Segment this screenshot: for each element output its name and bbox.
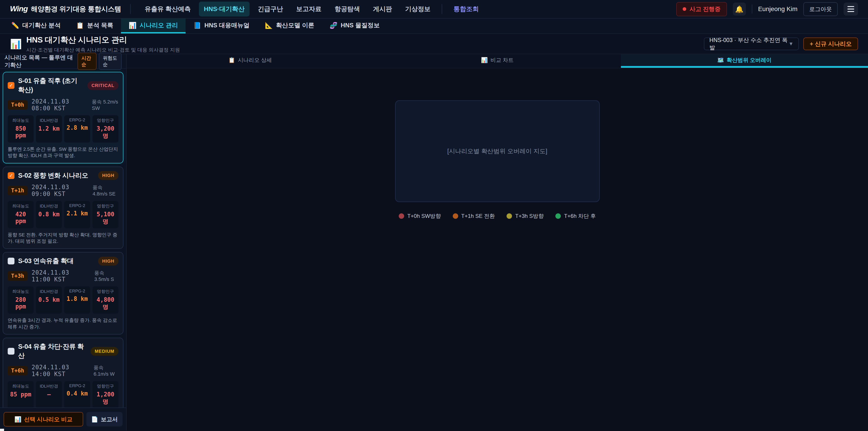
page-subtitle: 시간·조건별 대기확산 예측 시나리오 비교·검토 및 대응 의사결정 지원 (26, 47, 180, 53)
legend-dot-icon (453, 213, 458, 219)
sub-nav: ✏️ 대기확산 분석 📋 분석 목록 📊 시나리오 관리 📘 HNS 대응매뉴얼… (0, 19, 868, 34)
wind-info: 풍속 5.2m/s SW (92, 98, 119, 111)
main-tab-bar: 📋 시나리오 상세 📊 비교 차트 🗺️ 확산범위 오버레이 (127, 54, 868, 68)
report-button[interactable]: 📄 보고서 (86, 412, 123, 427)
new-scenario-button[interactable]: + 신규 시나리오 (803, 37, 858, 50)
scenario-title: S-01 유출 직후 (초기 확산) (18, 76, 84, 94)
scenario-title: S-04 유출 차단·잔류 확산 (18, 342, 87, 360)
tab-scenario-management[interactable]: 📊 시나리오 관리 (121, 19, 186, 33)
scenario-select-value: HNS-003 · 부산 수소 추진연 폭발 (709, 36, 788, 51)
stat-max-concentration: 최대농도 280 ppm (8, 286, 34, 314)
nav-hns-dispersion[interactable]: HNS·대기확산 (199, 2, 250, 17)
divider (752, 4, 752, 13)
legend-dot-icon (506, 213, 512, 219)
dispersion-overlay-map[interactable]: [시나리오별 확산범위 오버레이 지도] (395, 100, 600, 202)
main-panel: 📋 시나리오 상세 📊 비교 차트 🗺️ 확산범위 오버레이 [시나리오별 확산… (127, 54, 868, 431)
menu-button[interactable] (844, 2, 858, 16)
clipboard-icon: 📋 (228, 57, 235, 63)
stat-affected-population: 영향인구 1,200명 (92, 381, 119, 407)
app-logo: Wing 해양환경 위기대응 통합시스템 (10, 4, 121, 14)
legend-item: T+0h SW방향 (399, 212, 441, 220)
scenario-description: 풍향 SE 전환. 주거지역 방향 확산 확대. 영향인구 증가. 대피 범위 … (8, 232, 119, 245)
tab-scenario-detail[interactable]: 📋 시나리오 상세 (127, 54, 374, 68)
severity-badge: HIGH (98, 171, 119, 180)
wind-info: 풍속 3.5m/s S (94, 270, 119, 282)
page-header: 📊 HNS 대기확산 시나리오 관리 시간·조건별 대기확산 예측 시나리오 비… (0, 34, 868, 54)
overlay-tab-content: [시나리오별 확산범위 오버레이 지도] T+0h SW방향 T+1h SE 전… (127, 68, 868, 431)
scenario-sidebar: 시나리오 목록 — 톨루엔 대기확산 시간순 위험도순 ✓ S-01 유출 직후… (0, 54, 127, 431)
scenario-card-s03[interactable]: S-03 연속유출 확대 HIGH T+3h 2024.11.03 11:00 … (3, 252, 123, 335)
tab-model-theory[interactable]: 📐 확산모델 이론 (257, 19, 322, 33)
timestamp: 2024.11.03 14:00 KST (32, 364, 90, 377)
legend-item: T+6h 차단 후 (555, 212, 596, 220)
compare-scenarios-button[interactable]: 📊 선택 시나리오 비교 (4, 412, 83, 427)
scenario-card-s01[interactable]: ✓ S-01 유출 직후 (초기 확산) CRITICAL T+0h 2024.… (3, 72, 123, 163)
stat-affected-population: 영향인구 4,800명 (92, 286, 119, 314)
tab-dispersion-analysis[interactable]: ✏️ 대기확산 분석 (4, 19, 68, 33)
divider (442, 4, 442, 14)
check-icon: ✓ (9, 173, 13, 178)
severity-badge: MEDIUM (91, 347, 119, 356)
divider (130, 4, 131, 14)
nav-reports[interactable]: 보고자료 (291, 2, 327, 17)
tab-comparison-chart[interactable]: 📊 비교 차트 (374, 54, 621, 68)
time-offset-chip: T+3h (8, 271, 28, 281)
bar-chart-icon: 📊 (481, 57, 488, 63)
sidebar-title: 시나리오 목록 — 톨루엔 대기확산 (4, 54, 78, 69)
scenario-checkbox[interactable]: ✓ (8, 82, 14, 89)
nav-aerial-search[interactable]: 항공탐색 (330, 2, 365, 17)
tab-hns-manual[interactable]: 📘 HNS 대응매뉴얼 (186, 19, 257, 33)
stat-affected-population: 영향인구 5,100명 (92, 201, 119, 228)
app-title: 해양환경 위기대응 통합시스템 (31, 4, 121, 14)
logout-button[interactable]: 로그아웃 (803, 2, 838, 16)
stat-idlh-radius: IDLH반경 0.8 km (36, 201, 62, 228)
notification-button[interactable]: 🔔 (733, 2, 746, 16)
scenario-checkbox[interactable] (8, 348, 14, 355)
nav-oil-spill[interactable]: 유출유 확산예측 (140, 2, 196, 17)
stat-max-concentration: 최대농도 420 ppm (8, 201, 34, 228)
wind-info: 풍속 4.8m/s SE (92, 184, 119, 197)
chart-icon: 📊 (10, 38, 22, 50)
nav-emergency-rescue[interactable]: 긴급구난 (253, 2, 288, 17)
tab-hns-substance-info[interactable]: 🧬 HNS 물질정보 (322, 19, 387, 33)
chevron-down-icon: ▼ (789, 41, 794, 47)
timestamp: 2024.11.03 11:00 KST (32, 269, 90, 283)
scenario-card-s04[interactable]: S-04 유출 차단·잔류 확산 MEDIUM T+6h 2024.11.03 … (3, 338, 123, 407)
nav-integrated-search[interactable]: 통합조회 (448, 2, 484, 17)
incident-status-badge: 사고 진행중 (676, 2, 727, 16)
stat-max-concentration: 최대농도 85 ppm (8, 381, 34, 407)
check-icon: ✓ (9, 83, 13, 88)
clipboard-icon: 📋 (76, 22, 84, 29)
nav-weather[interactable]: 기상정보 (400, 2, 435, 17)
scenario-checkbox[interactable]: ✓ (8, 172, 14, 179)
main-nav: 유출유 확산예측 HNS·대기확산 긴급구난 보고자료 항공탐색 게시판 기상정… (140, 2, 484, 17)
sort-by-time-button[interactable]: 시간순 (78, 53, 97, 70)
tab-dispersion-overlay[interactable]: 🗺️ 확산범위 오버레이 (621, 54, 868, 68)
scenario-checkbox[interactable] (8, 258, 14, 265)
stat-max-concentration: 최대농도 850 ppm (8, 115, 34, 143)
legend-item: T+1h SE 전환 (453, 212, 495, 220)
incident-status-label: 사고 진행중 (689, 5, 720, 13)
time-offset-chip: T+6h (8, 366, 28, 375)
sort-by-risk-button[interactable]: 위험도순 (99, 53, 122, 70)
top-nav: Wing 해양환경 위기대응 통합시스템 유출유 확산예측 HNS·대기확산 긴… (0, 0, 868, 19)
stat-erpg2: ERPG-2 1.8 km (64, 286, 90, 314)
document-icon: 📄 (91, 416, 98, 423)
bell-icon: 🔔 (735, 5, 743, 13)
severity-badge: HIGH (98, 257, 119, 266)
scenario-card-list: ✓ S-01 유출 직후 (초기 확산) CRITICAL T+0h 2024.… (0, 69, 126, 407)
wind-info: 풍속 6.1m/s W (94, 364, 119, 377)
scenario-title: S-03 연속유출 확대 (18, 256, 73, 266)
time-offset-chip: T+1h (8, 186, 28, 195)
tab-analysis-list[interactable]: 📋 분석 목록 (68, 19, 121, 33)
nav-board[interactable]: 게시판 (368, 2, 397, 17)
map-legend: T+0h SW방향 T+1h SE 전환 T+3h S방향 T+6h 차단 후 (399, 212, 596, 220)
hamburger-icon (847, 6, 854, 7)
page-title: HNS 대기확산 시나리오 관리 (26, 35, 180, 45)
scenario-title: S-02 풍향 변화 시나리오 (18, 171, 88, 180)
book-icon: 📘 (193, 22, 201, 29)
sidebar-footer: 📊 선택 시나리오 비교 📄 보고서 (0, 407, 126, 431)
scenario-select[interactable]: HNS-003 · 부산 수소 추진연 폭발 ▼ (704, 37, 799, 50)
scenario-card-s02[interactable]: ✓ S-02 풍향 변화 시나리오 HIGH T+1h 2024.11.03 0… (3, 166, 123, 249)
legend-item: T+3h S방향 (506, 212, 544, 220)
